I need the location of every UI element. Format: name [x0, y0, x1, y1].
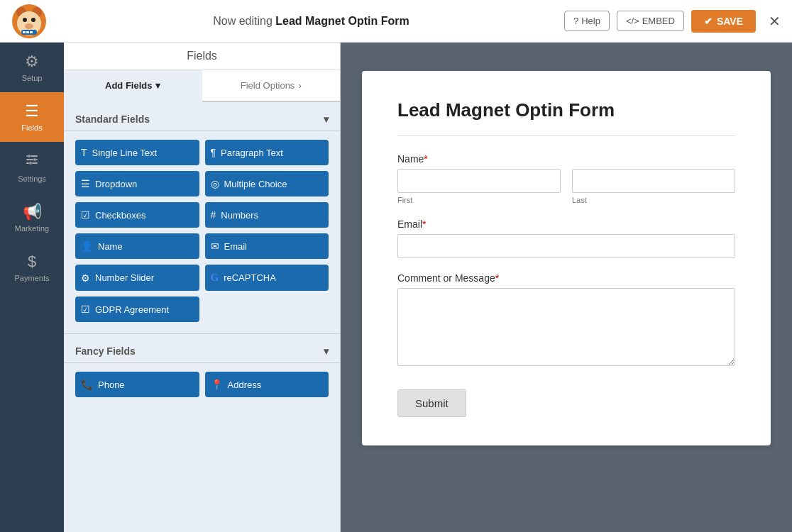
last-sublabel: Last — [572, 196, 735, 204]
field-btn-single-line-text[interactable]: T Single Line Text — [75, 140, 199, 165]
checkmark-icon: ✔ — [704, 16, 713, 27]
form-card: Lead Magnet Optin Form Name* First Last — [362, 71, 771, 445]
form-group-name: Name* First Last — [397, 153, 735, 204]
field-btn-email-label: Email — [224, 241, 248, 252]
field-btn-paragraph-text-label: Paragraph Text — [221, 148, 283, 158]
field-btn-address[interactable]: 📍 Address — [205, 372, 329, 397]
help-icon: ? — [573, 16, 578, 26]
field-btn-name[interactable]: 👤 Name — [75, 233, 199, 259]
close-button[interactable]: ✕ — [769, 13, 781, 30]
standard-fields-header[interactable]: Standard Fields ▾ — [64, 102, 340, 131]
svg-rect-9 — [26, 31, 29, 33]
first-name-input[interactable] — [397, 169, 561, 193]
fancy-collapse-icon: ▾ — [324, 345, 329, 357]
svg-point-5 — [31, 18, 35, 22]
sidebar-item-fields[interactable]: ☰ Fields — [0, 92, 64, 142]
sidebar-item-setup[interactable]: ⚙ Setup — [0, 43, 64, 92]
fancy-fields-label: Fancy Fields — [75, 345, 136, 357]
settings-icon — [24, 152, 40, 172]
form-group-message: Comment or Message* — [397, 272, 735, 368]
paragraph-icon: ¶ — [211, 147, 216, 158]
field-btn-recaptcha-label: reCAPTCHA — [224, 272, 276, 283]
svg-point-4 — [23, 18, 27, 22]
message-label: Comment or Message* — [397, 272, 735, 284]
tab-field-options[interactable]: Field Options › — [202, 70, 341, 101]
fancy-fields-header[interactable]: Fancy Fields ▾ — [64, 334, 340, 363]
sidebar-item-payments[interactable]: $ Payments — [0, 243, 64, 292]
field-btn-number-slider-label: Number Slider — [95, 272, 154, 283]
field-btn-numbers-label: Numbers — [221, 210, 258, 221]
field-btn-numbers[interactable]: # Numbers — [205, 202, 329, 228]
tab-field-options-label: Field Options — [241, 80, 295, 91]
page-title: Now editing Lead Magnet Optin Form — [58, 15, 564, 28]
field-btn-checkboxes-label: Checkboxes — [95, 210, 146, 221]
form-group-email: Email* — [397, 218, 735, 258]
embed-icon: </> — [626, 16, 639, 26]
email-required-indicator: * — [422, 218, 426, 230]
field-btn-phone-label: Phone — [98, 379, 125, 390]
field-btn-gdpr[interactable]: ☑ GDPR Agreement — [75, 297, 199, 322]
submit-button[interactable]: Submit — [397, 389, 466, 417]
fields-panel: Fields Add Fields ▾ Field Options › Stan… — [64, 43, 341, 532]
fancy-fields-section: Fancy Fields ▾ 📞 Phone 📍 Address — [64, 333, 340, 406]
phone-icon: 📞 — [81, 379, 93, 390]
field-btn-recaptcha[interactable]: G reCAPTCHA — [205, 265, 329, 291]
slider-icon: ⚙ — [81, 272, 90, 284]
svg-rect-10 — [30, 31, 33, 33]
field-btn-number-slider[interactable]: ⚙ Number Slider — [75, 265, 199, 291]
sidebar-label-settings: Settings — [18, 174, 46, 183]
field-btn-single-line-text-label: Single Line Text — [92, 148, 158, 158]
email-icon: ✉ — [211, 240, 219, 252]
svg-point-14 — [28, 155, 31, 157]
svg-point-6 — [25, 23, 33, 29]
fancy-field-buttons: 📞 Phone 📍 Address — [64, 363, 340, 406]
first-name-col: First — [397, 169, 561, 204]
numbers-icon: # — [211, 209, 216, 221]
save-button[interactable]: ✔ SAVE — [691, 10, 756, 33]
field-btn-paragraph-text[interactable]: ¶ Paragraph Text — [205, 140, 329, 165]
field-btn-name-label: Name — [98, 241, 123, 252]
field-btn-checkboxes[interactable]: ☑ Checkboxes — [75, 202, 199, 228]
field-btn-multiple-choice[interactable]: ◎ Multiple Choice — [205, 171, 329, 196]
required-indicator: * — [424, 153, 427, 165]
message-required-indicator: * — [495, 272, 499, 284]
name-label: Name* — [397, 153, 735, 165]
payments-icon: $ — [28, 253, 36, 271]
sidebar-label-fields: Fields — [21, 123, 42, 132]
field-btn-dropdown[interactable]: ☰ Dropdown — [75, 171, 199, 196]
standard-field-buttons: T Single Line Text ¶ Paragraph Text ☰ Dr… — [64, 131, 340, 331]
last-name-input[interactable] — [572, 169, 735, 193]
last-name-col: Last — [572, 169, 735, 204]
email-label: Email* — [397, 218, 735, 230]
email-input[interactable] — [397, 234, 735, 258]
gdpr-icon: ☑ — [81, 304, 90, 315]
multiple-choice-icon: ◎ — [211, 178, 219, 189]
fields-tabs: Add Fields ▾ Field Options › — [64, 70, 340, 102]
svg-point-15 — [33, 158, 36, 161]
help-button[interactable]: ? Help — [564, 11, 610, 31]
form-preview-title: Lead Magnet Optin Form — [397, 99, 735, 121]
form-preview: Lead Magnet Optin Form Name* First Last — [341, 43, 792, 532]
form-divider — [397, 135, 735, 136]
field-btn-email[interactable]: ✉ Email — [205, 233, 329, 259]
field-btn-multiple-choice-label: Multiple Choice — [224, 179, 287, 189]
chevron-right-icon: › — [298, 80, 301, 91]
standard-fields-label: Standard Fields — [75, 113, 150, 125]
sidebar-item-settings[interactable]: Settings — [0, 142, 64, 193]
topbar: Now editing Lead Magnet Optin Form ? Hel… — [0, 0, 792, 43]
message-textarea[interactable] — [397, 288, 735, 366]
name-icon: 👤 — [81, 240, 93, 252]
name-row: First Last — [397, 169, 735, 204]
sidebar-item-marketing[interactable]: 📢 Marketing — [0, 193, 64, 243]
sidebar: ⚙ Setup ☰ Fields Settings 📢 Marketi — [0, 43, 64, 532]
sidebar-label-setup: Setup — [22, 74, 43, 82]
tab-add-fields[interactable]: Add Fields ▾ — [64, 70, 202, 102]
marketing-icon: 📢 — [23, 203, 42, 221]
tab-add-fields-label: Add Fields — [105, 80, 152, 91]
svg-rect-8 — [23, 31, 26, 33]
sidebar-label-payments: Payments — [15, 274, 50, 282]
field-btn-phone[interactable]: 📞 Phone — [75, 372, 199, 397]
chevron-down-icon: ▾ — [155, 80, 160, 91]
gear-icon: ⚙ — [25, 52, 39, 71]
embed-button[interactable]: </> EMBED — [617, 11, 684, 31]
